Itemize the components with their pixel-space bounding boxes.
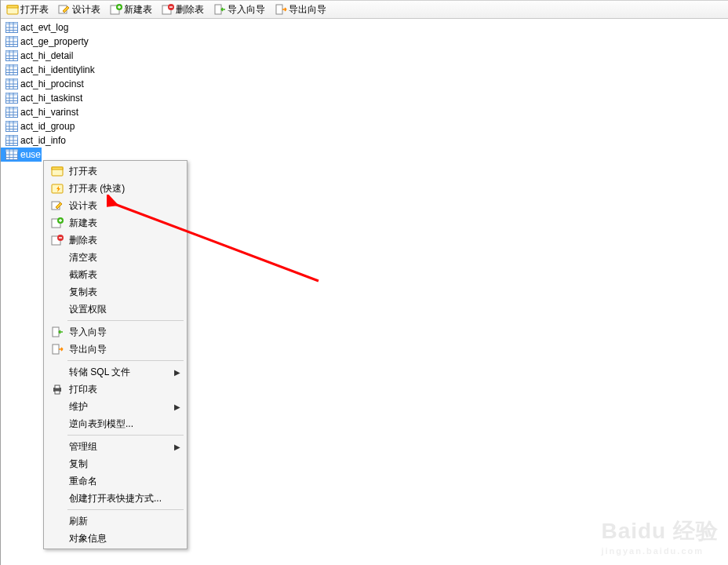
table-icon — [5, 49, 18, 62]
svg-rect-40 — [6, 93, 18, 96]
menu-label: 维护 — [66, 400, 174, 414]
export-wizard-label: 导出向导 — [289, 3, 326, 16]
export-icon — [275, 3, 287, 16]
delete-table-icon — [51, 234, 64, 246]
svg-rect-1 — [7, 5, 18, 8]
import-wizard-button[interactable]: 导入向导 — [211, 1, 271, 19]
table-name: act_hi_identitylink — [20, 64, 95, 75]
menu-open-table-fast[interactable]: 打开表 (快速) — [46, 180, 185, 197]
design-table-label: 设计表 — [72, 3, 100, 16]
menu-print-table[interactable]: 打印表 — [46, 381, 185, 398]
table-item[interactable]: act_hi_procinst — [1, 77, 728, 91]
svg-rect-58 — [6, 136, 18, 138]
menu-label: 逆向表到模型... — [66, 417, 185, 431]
open-table-label: 打开表 — [20, 3, 49, 16]
table-name: euse — [20, 149, 41, 160]
table-icon — [5, 134, 18, 147]
table-item[interactable]: act_hi_taskinst — [1, 91, 728, 105]
menu-label: 复制 — [66, 457, 185, 471]
table-item[interactable]: act_hi_detail — [1, 49, 728, 63]
table-name: act_id_group — [20, 121, 75, 132]
open-table-icon — [6, 3, 19, 16]
menu-label: 打开表 (快速) — [66, 182, 185, 195]
svg-rect-46 — [6, 108, 18, 110]
table-item[interactable]: act_id_info — [1, 133, 728, 148]
menu-design-table[interactable]: 设计表 — [46, 197, 185, 214]
menu-object-info[interactable]: 对象信息 — [46, 530, 185, 547]
svg-rect-10 — [6, 23, 18, 25]
import-wizard-label: 导入向导 — [228, 3, 265, 16]
menu-reverse-model[interactable]: 逆向表到模型... — [46, 415, 185, 432]
table-name: act_hi_procinst — [20, 78, 84, 89]
open-table-fast-icon — [51, 182, 64, 195]
export-wizard-button[interactable]: 导出向导 — [272, 1, 332, 19]
menu-label: 对象信息 — [66, 532, 185, 545]
table-name: act_evt_log — [20, 22, 68, 33]
table-item[interactable]: act_ge_property — [1, 35, 728, 49]
svg-rect-77 — [53, 327, 59, 337]
table-item[interactable]: act_evt_log — [1, 20, 728, 35]
menu-refresh[interactable]: 刷新 — [46, 512, 185, 530]
menu-copy-table[interactable]: 复制表 — [46, 283, 185, 301]
table-icon — [5, 120, 18, 133]
open-table-button[interactable]: 打开表 — [4, 1, 54, 19]
menu-label: 打印表 — [66, 383, 185, 396]
menu-label: 设计表 — [66, 199, 185, 213]
menu-delete-table[interactable]: 删除表 — [46, 231, 185, 249]
menu-copy[interactable]: 复制 — [46, 455, 185, 472]
svg-rect-80 — [55, 385, 60, 388]
new-table-icon — [110, 3, 122, 16]
svg-rect-16 — [6, 37, 18, 39]
table-item-selected[interactable]: euse — [1, 148, 42, 162]
svg-rect-70 — [52, 167, 63, 170]
import-icon — [213, 3, 226, 16]
import-icon — [51, 326, 64, 338]
open-table-icon — [51, 165, 64, 177]
menu-manage-group[interactable]: 管理组▶ — [46, 438, 185, 455]
table-item[interactable]: act_hi_varinst — [1, 105, 728, 119]
menu-maintain[interactable]: 维护▶ — [46, 398, 185, 415]
menu-export-wizard[interactable]: 导出向导 — [46, 341, 185, 358]
menu-separator — [67, 320, 184, 321]
table-icon — [5, 64, 18, 76]
menu-truncate-table[interactable]: 截断表 — [46, 266, 185, 283]
menu-label: 设置权限 — [66, 303, 185, 316]
svg-rect-8 — [276, 5, 282, 14]
menu-label: 导出向导 — [66, 343, 185, 356]
menu-label: 刷新 — [66, 515, 185, 528]
new-table-label: 新建表 — [124, 3, 152, 16]
menu-separator — [67, 360, 184, 361]
menu-open-table[interactable]: 打开表 — [46, 162, 185, 180]
menu-label: 清空表 — [66, 251, 185, 264]
menu-label: 打开表 — [66, 165, 185, 178]
svg-rect-78 — [53, 344, 59, 354]
watermark: Baidu 经验 jingyan.baidu.com — [601, 516, 719, 556]
table-icon — [5, 92, 18, 104]
submenu-arrow-icon: ▶ — [174, 368, 185, 377]
table-item[interactable]: act_id_group — [1, 119, 728, 133]
watermark-brand: Baidu 经验 — [601, 519, 719, 543]
table-icon — [5, 148, 18, 161]
menu-dump-sql[interactable]: 转储 SQL 文件▶ — [46, 363, 185, 381]
design-table-button[interactable]: 设计表 — [56, 1, 106, 19]
delete-table-button[interactable]: 删除表 — [159, 1, 209, 19]
menu-label: 重命名 — [66, 475, 185, 488]
print-icon — [51, 383, 64, 396]
menu-label: 删除表 — [66, 234, 185, 247]
table-item[interactable]: act_hi_identitylink — [1, 63, 728, 77]
svg-rect-22 — [6, 51, 18, 53]
menu-label: 新建表 — [66, 217, 185, 230]
svg-rect-64 — [6, 150, 18, 152]
menu-rename[interactable]: 重命名 — [46, 472, 185, 490]
menu-create-shortcut[interactable]: 创建打开表快捷方式... — [46, 490, 185, 507]
context-menu: 打开表 打开表 (快速) 设计表 新建表 删除表 清空表 截断表 复制表 设置权… — [43, 160, 187, 549]
svg-rect-34 — [6, 79, 18, 82]
table-name: act_hi_varinst — [20, 107, 78, 118]
menu-set-permission[interactable]: 设置权限 — [46, 301, 185, 318]
table-icon — [5, 106, 18, 118]
menu-import-wizard[interactable]: 导入向导 — [46, 323, 185, 341]
menu-new-table[interactable]: 新建表 — [46, 214, 185, 231]
new-table-button[interactable]: 新建表 — [107, 1, 158, 19]
menu-empty-table[interactable]: 清空表 — [46, 249, 185, 266]
submenu-arrow-icon: ▶ — [174, 403, 185, 411]
